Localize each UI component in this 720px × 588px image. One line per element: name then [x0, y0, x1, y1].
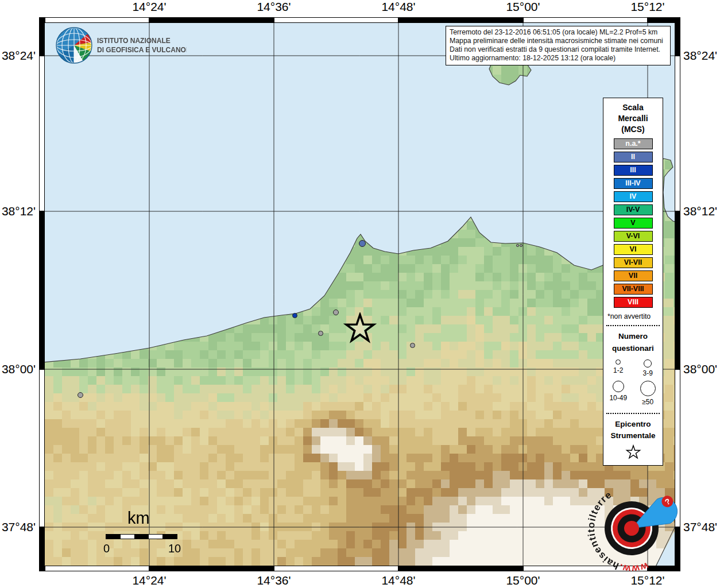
lon-tick-label: 14°24': [132, 0, 166, 14]
scale-seg: [106, 534, 121, 539]
lat-tick-label: 38°00': [0, 362, 36, 376]
mercalli-scale-item: IV-V: [614, 204, 653, 215]
questionnaire-circle-icon: [640, 381, 656, 396]
mercalli-scale-item: VII-VIII: [614, 284, 653, 295]
lon-tick-label: 14°48': [381, 0, 415, 14]
lon-tick-label: 14°48': [381, 574, 415, 587]
lon-tick-label: 15°00': [506, 0, 540, 14]
watermark-www: www.: [614, 550, 652, 585]
intensity-marker[interactable]: [333, 310, 339, 315]
earthquake-info-box: Terremoto del 23-12-2016 06:51:05 (ora l…: [446, 26, 671, 65]
scale-seg: [134, 534, 149, 539]
intensity-marker[interactable]: [292, 313, 297, 318]
intensity-marker[interactable]: [520, 244, 522, 247]
questionnaire-circle-icon: [644, 359, 652, 368]
lat-tick-label: 38°12': [0, 204, 36, 218]
questionnaire-size-key: 1-23-910-49≥50: [603, 358, 663, 408]
lat-tick-label: 38°24': [0, 49, 36, 63]
mercalli-scale-list: n.a.*IIIIIIII-IVIVIV-VVV-VIVIVI-VIIVIIVI…: [603, 138, 663, 308]
info-line-event: Terremoto del 23-12-2016 06:51:05 (ora l…: [450, 28, 667, 37]
questionnaire-size-item: 3-9: [633, 359, 663, 377]
intensity-marker[interactable]: [410, 343, 415, 348]
legend-panel: Scala Mercalli (MCS) n.a.*IIIIIIII-IVIVI…: [603, 98, 663, 466]
mercalli-scale-item: III-IV: [614, 178, 653, 189]
questionnaire-size-item: 10-49: [603, 381, 633, 406]
ingv-logo: ISTITUTO NAZIONALE DI GEOFISICA E VULCAN…: [55, 26, 187, 65]
mercalli-scale-item: IV: [614, 191, 653, 202]
scale-bar-segments: [106, 534, 177, 539]
questionnaires-title: Numero questionari: [603, 331, 663, 355]
logo-org-line1: ISTITUTO NAZIONALE: [97, 37, 171, 45]
lat-tick-label: 38°12': [683, 204, 717, 218]
haisentito-watermark-logo: www.haisentitoilterremoto.it ?: [577, 475, 687, 586]
legend-title: Scala Mercalli (MCS): [603, 102, 663, 135]
lon-tick-label: 14°24': [132, 574, 166, 587]
mercalli-scale-item: III: [614, 165, 653, 176]
mercalli-scale-item: V: [614, 218, 653, 229]
legend-divider-1: [606, 325, 660, 326]
scale-seg: [162, 534, 177, 539]
epicenter-title: Epicentro Strumentale: [603, 419, 663, 443]
questionnaire-circle-icon: [613, 381, 624, 392]
legend-footnote: *non avvertito: [607, 312, 663, 320]
intensity-marker[interactable]: [516, 244, 519, 247]
mercalli-scale-item: VIII: [614, 297, 653, 308]
mercalli-scale-item: VI-VII: [614, 257, 653, 268]
info-line-map: Mappa preliminare delle intensità macros…: [450, 37, 667, 45]
scale-seg: [148, 534, 163, 539]
questionnaire-size-label: ≥50: [642, 398, 653, 406]
mercalli-scale-item: V-VI: [614, 231, 653, 242]
scale-start-label: 0: [103, 542, 110, 555]
lat-tick-label: 37°48': [683, 520, 717, 534]
lat-tick-label: 38°24': [683, 49, 717, 63]
lat-tick-label: 37°48': [0, 520, 36, 534]
intensity-marker[interactable]: [318, 331, 323, 336]
mercalli-scale-item: II: [614, 152, 653, 163]
lat-tick-label: 38°00': [683, 362, 717, 376]
scale-end-label: 10: [168, 542, 181, 555]
mercalli-scale-item: VII: [614, 270, 653, 281]
intensity-marker[interactable]: [359, 240, 366, 247]
questionnaire-size-label: 3-9: [643, 369, 653, 377]
lon-tick-label: 14°36': [257, 0, 291, 14]
questionnaire-size-label: 1-2: [613, 366, 623, 374]
info-line-data: Dati non verificati estratti da 9 questi…: [450, 45, 667, 54]
questionnaire-size-item: 1-2: [603, 359, 633, 377]
questionnaire-size-label: 10-49: [609, 394, 627, 402]
mercalli-scale-item: VI: [614, 244, 653, 255]
questionnaire-size-item: ≥50: [633, 381, 663, 406]
info-line-update: Ultimo aggiornamento: 18-12-2025 13:12 (…: [450, 54, 667, 63]
lon-tick-label: 15°00': [506, 574, 540, 587]
logo-org-line2: DI GEOFISICA E VULCANOLOGIA: [97, 46, 187, 54]
mercalli-scale-item: n.a.*: [614, 138, 653, 149]
epicenter-star-key-icon: [625, 444, 641, 461]
intensity-marker[interactable]: [78, 392, 83, 398]
scale-seg: [120, 534, 135, 539]
map-page: 14°24'14°36'14°48'15°00'15°12' 14°24'14°…: [0, 0, 720, 588]
ingv-globe-icon: [56, 28, 92, 63]
lon-tick-label: 15°12': [630, 0, 664, 14]
scale-unit-label: km: [127, 509, 150, 528]
questionnaire-circle-icon: [616, 359, 621, 365]
legend-divider-2: [606, 413, 660, 414]
lon-tick-label: 14°36': [257, 574, 291, 587]
epicenter-star-icon[interactable]: [343, 312, 377, 346]
